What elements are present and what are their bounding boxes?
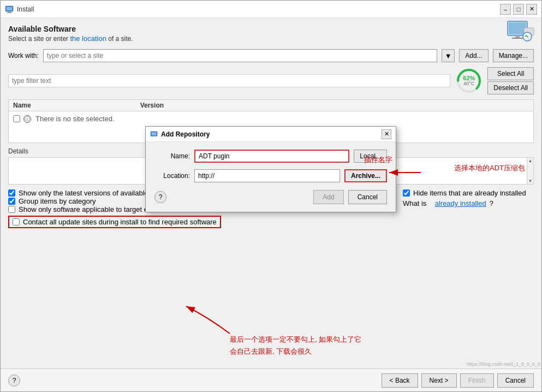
bottom-help-button[interactable]: ? [8,375,20,387]
group-by-category-label: Group items by category [19,197,96,205]
already-installed-link[interactable]: already installed [435,199,486,207]
title-bar: Install – □ ✕ [1,1,541,18]
show-latest-row: Show only the latest versions of availab… [8,189,392,197]
monitor-icon [507,20,535,44]
show-latest-label: Show only the latest versions of availab… [19,189,177,197]
no-site-checkbox[interactable] [13,115,20,122]
filter-row: 62% 40°C Select All Deselect All [8,67,534,95]
close-button[interactable]: ✕ [526,4,537,15]
svg-rect-1 [7,7,12,10]
svg-rect-3 [7,13,12,13]
no-site-msg: There is no site selected. [35,115,115,123]
work-with-label: Work with: [8,52,39,60]
show-latest-checkbox[interactable] [8,189,15,197]
show-applicable-label: Show only software applicable to target … [19,205,183,213]
svg-rect-7 [512,38,523,39]
right-options: Hide items that are already installed Wh… [403,189,534,228]
details-scroll-up[interactable]: ▲ [528,158,533,163]
next-button[interactable]: Next > [421,373,457,388]
deselect-all-button[interactable]: Deselect All [487,81,534,94]
hide-installed-checkbox[interactable] [403,189,410,197]
navigation-buttons: < Back Next > Finish Cancel [382,373,534,388]
svg-rect-6 [515,35,520,38]
svg-rect-5 [509,22,526,34]
page-title: Available Software [8,25,534,33]
work-with-row: Work with: ▼ Add... Manage... [8,49,534,62]
col-version: Version [140,102,164,109]
progress-label: 62% 40°C [463,75,475,87]
show-applicable-row: Show only software applicable to target … [8,205,392,213]
what-is-row: What is already installed ? [403,199,534,207]
col-name: Name [13,102,31,109]
info-icon: ⓘ [23,115,31,123]
hide-installed-label: Hide items that are already installed [413,189,526,197]
select-all-button[interactable]: Select All [487,67,534,80]
add-button[interactable]: Add... [459,49,488,62]
group-by-category-checkbox[interactable] [8,198,15,205]
details-section: Details ▲ ▼ [8,147,534,185]
install-icon [5,5,14,14]
show-applicable-checkbox[interactable] [8,206,15,213]
hide-installed-row: Hide items that are already installed [403,189,534,197]
work-with-input[interactable] [43,49,437,62]
left-options: Show only the latest versions of availab… [8,189,392,228]
details-label: Details [8,147,534,155]
table-header: Name Version [9,100,533,111]
location-link[interactable]: the location [70,34,106,43]
work-with-dropdown[interactable]: ▼ [442,49,455,62]
group-by-category-row: Group items by category [8,197,392,205]
progress-temp: 40°C [463,81,475,87]
maximize-button[interactable]: □ [513,4,524,15]
back-button[interactable]: < Back [382,373,418,388]
subtitle: Select a site or enter the location of a… [8,34,534,43]
table-row: ⓘ There is no site selected. [9,111,533,126]
details-scroll-down[interactable]: ▼ [528,179,533,183]
manage-button[interactable]: Manage... [493,49,534,62]
minimize-button[interactable]: – [500,4,511,15]
filter-input[interactable] [8,74,450,87]
options-area: Show only the latest versions of availab… [8,189,534,228]
window-title: Install [17,5,34,13]
what-is-pre: What is [403,199,426,207]
finish-button[interactable]: Finish [460,373,494,388]
svg-rect-2 [8,11,11,13]
cancel-button[interactable]: Cancel [497,373,534,388]
progress-indicator: 62% 40°C [455,67,483,95]
software-table: Name Version ⓘ There is no site selected… [8,99,534,143]
details-box: ▲ ▼ [8,157,534,185]
what-is-post: ? [490,199,493,207]
contact-update-sites-label: Contact all update sites during install … [23,218,217,226]
watermark: https://blog.csdn.net/l_1_5_0_6_0 [467,361,540,367]
contact-update-sites-checkbox[interactable] [13,218,20,225]
contact-update-sites-row: Contact all update sites during install … [8,216,221,228]
header-section: Available Software Select a site or ente… [8,25,534,43]
select-deselect-group: Select All Deselect All [487,67,534,94]
bottom-bar: ? < Back Next > Finish Cancel [1,369,541,391]
